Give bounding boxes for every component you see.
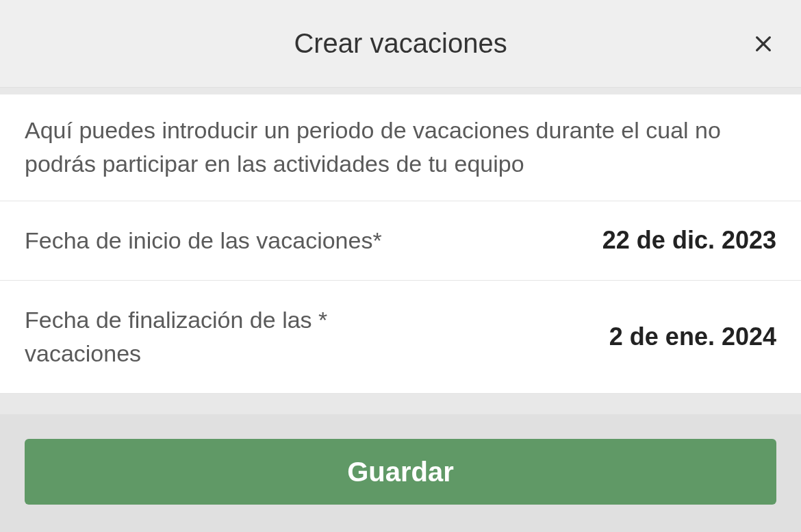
close-button[interactable]	[750, 30, 777, 58]
start-date-field[interactable]: Fecha de inicio de las vacaciones* 22 de…	[0, 201, 801, 281]
description-text: Aquí puedes introducir un periodo de vac…	[25, 114, 776, 181]
end-date-label: Fecha de finalización de las * vacacione…	[25, 303, 408, 371]
end-date-field[interactable]: Fecha de finalización de las * vacacione…	[0, 281, 801, 394]
modal-header: Crear vacaciones	[0, 0, 801, 88]
close-icon	[752, 33, 774, 55]
description-section: Aquí puedes introducir un periodo de vac…	[0, 94, 801, 201]
end-date-value: 2 de ene. 2024	[609, 322, 776, 351]
modal-footer: Guardar	[0, 414, 801, 532]
modal-title: Crear vacaciones	[294, 28, 507, 59]
save-button[interactable]: Guardar	[25, 439, 776, 505]
modal-content: Aquí puedes introducir un periodo de vac…	[0, 94, 801, 394]
create-vacation-modal: Crear vacaciones Aquí puedes introducir …	[0, 0, 801, 532]
start-date-value: 22 de dic. 2023	[602, 226, 776, 255]
start-date-label: Fecha de inicio de las vacaciones*	[25, 224, 382, 257]
